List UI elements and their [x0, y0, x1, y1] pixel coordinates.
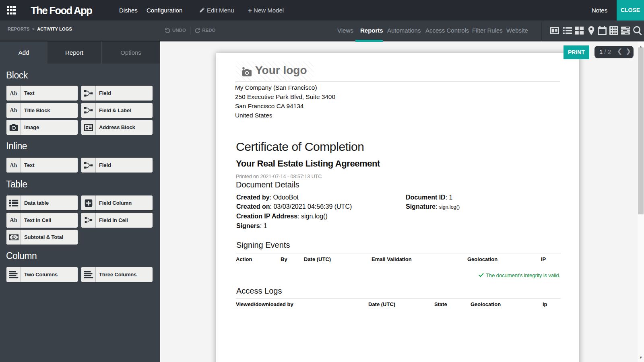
- svg-text:1: 1: [13, 236, 14, 239]
